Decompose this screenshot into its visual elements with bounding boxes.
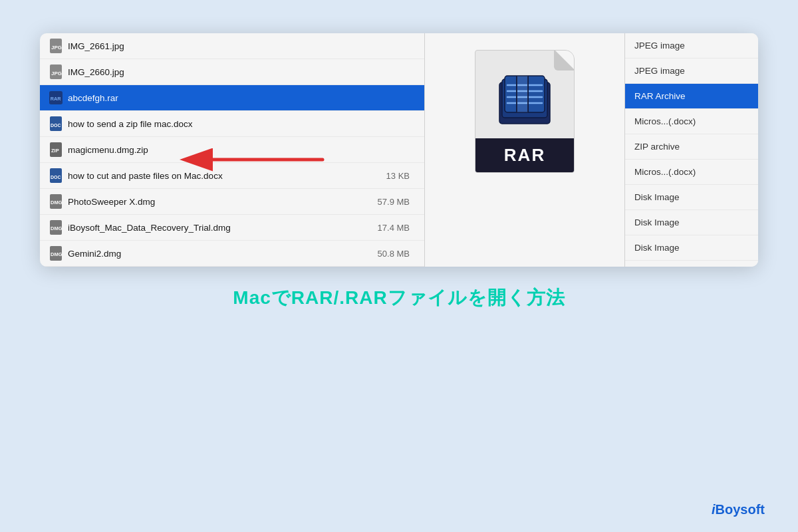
file-icon-docx: DOC xyxy=(49,168,63,184)
file-icon-dmg: DMG xyxy=(49,245,63,261)
file-name: how to cut and paste files on Mac.docx xyxy=(68,171,370,181)
svg-text:ZIP: ZIP xyxy=(51,148,59,154)
finder-window: JPGIMG_2661.jpgJPGIMG_2660.jpgRARabcdefg… xyxy=(40,33,758,267)
file-name: Gemini2.dmg xyxy=(68,249,370,259)
file-row[interactable]: JPGIMG_2660.jpg xyxy=(40,59,424,85)
file-icon-zip: ZIP xyxy=(49,142,63,158)
file-row[interactable]: DMGGemini2.dmg50.8 MB xyxy=(40,241,424,267)
file-size: 57.9 MB xyxy=(370,197,410,207)
file-icon-rar: RAR xyxy=(49,90,63,106)
type-row: ZIP archive xyxy=(625,134,758,160)
branding: iBoysoft xyxy=(712,502,765,517)
file-size: 17.4 MB xyxy=(370,223,410,233)
file-name: iBoysoft_Mac_Data_Recovery_Trial.dmg xyxy=(68,223,370,233)
svg-text:DMG: DMG xyxy=(51,225,62,231)
file-name: abcdefgh.rar xyxy=(68,93,415,103)
file-icon-docx: DOC xyxy=(49,116,63,132)
type-list-panel: JPEG imageJPEG imageRAR ArchiveMicros...… xyxy=(625,33,758,267)
branding-boysoft: Boysoft xyxy=(716,502,765,517)
file-list-panel: JPGIMG_2661.jpgJPGIMG_2660.jpgRARabcdefg… xyxy=(40,33,424,267)
file-row[interactable]: DMGPhotoSweeper X.dmg57.9 MB xyxy=(40,189,424,215)
svg-rect-27 xyxy=(517,76,528,112)
file-row[interactable]: ZIPmagicmenu.dmg.zip xyxy=(40,137,424,163)
file-name: PhotoSweeper X.dmg xyxy=(68,197,370,207)
rar-file-icon: RAR xyxy=(475,50,575,173)
page-title: MacでRAR/.RARファイルを開く方法 xyxy=(233,285,565,311)
file-name: how to send a zip file mac.docx xyxy=(68,119,415,129)
svg-text:DOC: DOC xyxy=(51,175,61,180)
svg-text:JPG: JPG xyxy=(51,45,62,51)
svg-text:DMG: DMG xyxy=(51,251,62,257)
file-row[interactable]: DOChow to send a zip file mac.docx xyxy=(40,111,424,137)
type-row: Micros...(.docx) xyxy=(625,109,758,134)
rar-svg-icon xyxy=(491,69,558,136)
svg-text:RAR: RAR xyxy=(51,96,61,102)
file-row[interactable]: JPGIMG_2661.jpg xyxy=(40,33,424,59)
svg-text:DOC: DOC xyxy=(51,123,61,128)
file-row[interactable]: DMGiBoysoft_Mac_Data_Recovery_Trial.dmg1… xyxy=(40,215,424,241)
type-row: Disk Image xyxy=(625,185,758,210)
file-row[interactable]: RARabcdefgh.rar xyxy=(40,85,424,111)
type-row: RAR Archive xyxy=(625,84,758,109)
type-row: Disk Image xyxy=(625,235,758,261)
preview-icon-wrapper: RAR xyxy=(471,47,578,173)
file-icon-dmg: DMG xyxy=(49,219,63,235)
svg-text:JPG: JPG xyxy=(51,70,62,76)
file-name: IMG_2660.jpg xyxy=(68,67,415,77)
file-icon-dmg: DMG xyxy=(49,194,63,209)
file-row[interactable]: DOChow to cut and paste files on Mac.doc… xyxy=(40,163,424,189)
type-row: JPEG image xyxy=(625,33,758,59)
file-icon-jpg: JPG xyxy=(49,38,63,54)
type-row: Disk Image xyxy=(625,210,758,235)
file-size: 13 KB xyxy=(370,171,410,181)
type-row: JPEG image xyxy=(625,59,758,84)
file-size: 50.8 MB xyxy=(370,249,410,259)
preview-panel: RAR xyxy=(425,33,624,267)
file-name: IMG_2661.jpg xyxy=(68,41,415,51)
rar-label-text: RAR xyxy=(504,145,545,166)
svg-text:DMG: DMG xyxy=(51,200,62,205)
file-icon-jpg: JPG xyxy=(49,64,63,80)
type-row: Micros...(.docx) xyxy=(625,160,758,185)
file-name: magicmenu.dmg.zip xyxy=(68,145,415,155)
main-container: JPGIMG_2661.jpgJPGIMG_2660.jpgRARabcdefg… xyxy=(0,0,798,532)
rar-label-bar: RAR xyxy=(475,138,574,172)
